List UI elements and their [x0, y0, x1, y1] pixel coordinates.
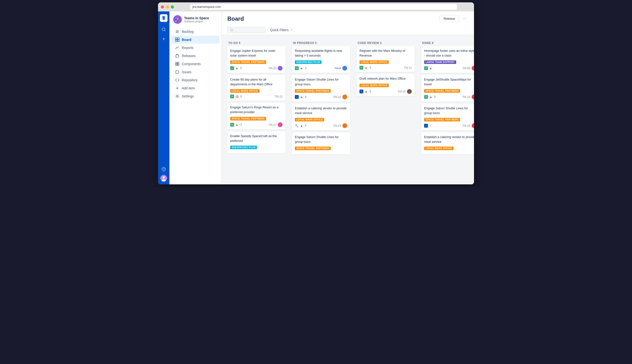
priority-icon: ▲ — [235, 66, 239, 70]
card-icons: + ⊘ 9 — [230, 94, 242, 98]
card-tis11[interactable]: Register with the Mars Ministry of Reven… — [357, 46, 414, 72]
card-tag: SEESPACEEZ PLUS — [295, 60, 322, 64]
card-icons: + ▲ 3 — [295, 66, 306, 70]
svg-rect-12 — [176, 55, 179, 57]
release-button[interactable]: Release — [440, 15, 459, 22]
page-title: Board — [228, 16, 244, 22]
card-tis8[interactable]: Requesting available flights is now taki… — [292, 46, 350, 73]
maximize-btn[interactable] — [171, 6, 174, 8]
priority-icon: ▲ — [364, 90, 368, 94]
header-top: Board Release ··· — [228, 15, 468, 22]
priority-icon: ▲ — [235, 123, 239, 127]
card-count: 3 — [370, 66, 371, 70]
column-done: DONE 8 Homepage footer uses an inline st… — [419, 39, 474, 180]
column-cards-codereview: Register with the Mars Ministry of Reven… — [355, 46, 416, 180]
card-draft-network[interactable]: Draft network plan for Mars Office LOCAL… — [357, 74, 414, 96]
project-info: 🚀 Teams in Space Software project — [170, 15, 222, 28]
card-title: Requesting available flights is now taki… — [295, 48, 347, 58]
card-icons: + ▲ — [424, 66, 433, 70]
project-name: Teams in Space — [184, 16, 209, 20]
sidebar-item-backlog[interactable]: Backlog — [171, 28, 220, 36]
chevron-down-icon — [290, 28, 293, 31]
sidebar-item-issues[interactable]: Issues — [171, 68, 220, 76]
card-tis68[interactable]: Homepage footer uses an inline style - s… — [421, 46, 474, 73]
card-tag: SPACE TRAVEL PARTNERS — [424, 118, 460, 122]
project-avatar: 🚀 — [173, 15, 182, 24]
card-inprog-saturn1[interactable]: Engage Saturn Shuttle Lines for group to… — [292, 75, 350, 102]
nav-logo[interactable] — [160, 14, 168, 22]
card-tis23[interactable]: Engage JetShuttle SpaceWays for travel S… — [421, 75, 474, 102]
svg-rect-16 — [178, 64, 179, 66]
card-id-avatar: TIS-25 — [268, 66, 282, 70]
card-count: 4 — [305, 95, 306, 98]
card-tis25[interactable]: Engage Jupiter Express for outer solar s… — [228, 46, 285, 73]
main-header: Board Release ··· Quick Filters — [222, 12, 474, 35]
card-id-avatar: TIS-17 — [268, 122, 282, 127]
card-title: Engage Saturn Shuttle Lines for group to… — [295, 135, 347, 144]
sidebar-label-issues: Issues — [182, 70, 191, 74]
card-title: Engage Saturn's Rings Resort as a prefer… — [230, 105, 282, 114]
url-text: jira.teamsinspace.com — [192, 5, 221, 8]
card-tis17[interactable]: Engage Saturn's Rings Resort as a prefer… — [228, 103, 285, 130]
card-tag: SPACE TRAVEL PARTNERS — [295, 146, 331, 150]
card-done-saturn[interactable]: Engage Saturn Shuttle Lines for group to… — [421, 104, 474, 130]
card-id: TIS-68 — [462, 67, 470, 70]
card-id: TIS-8 — [334, 67, 341, 70]
sidebar-item-repository[interactable]: Repository — [171, 76, 220, 84]
check-icon: ✓ — [295, 95, 299, 99]
board-content: TO DO 5 Engage Jupiter Express for outer… — [222, 35, 474, 184]
more-options-button[interactable]: ··· — [461, 15, 468, 22]
check-icon: ✓ — [230, 66, 234, 70]
card-title: Engage Jupiter Express for outer solar s… — [230, 48, 282, 58]
close-btn[interactable] — [161, 6, 164, 8]
card-id: TIS-15 — [333, 96, 341, 98]
card-tag: SPACE TRAVEL PARTNERS — [230, 117, 266, 120]
card-icons: ✓ ▲ 4 — [295, 95, 306, 99]
card-tis12[interactable]: Create 90 day plans for all departments … — [228, 75, 285, 101]
card-id-avatar: TIS-15 — [398, 89, 412, 94]
card-tag: SEESPACEEZ PLUS — [230, 146, 257, 149]
sidebar-item-components[interactable]: Components — [171, 60, 220, 68]
sidebar-item-releases[interactable]: Releases — [171, 52, 220, 60]
card-tag: LOCAL MARS OFFICE — [360, 84, 389, 87]
sidebar-item-reports[interactable]: Reports — [171, 44, 220, 52]
sidebar-item-add[interactable]: Add item — [171, 84, 220, 92]
nav-add-icon[interactable] — [160, 35, 168, 43]
card-footer: + ▲ 3 TIS-11 — [360, 66, 412, 70]
plus-icon: + — [360, 66, 363, 70]
card-speedy[interactable]: Enable Speedy SpaceCraft as the preferre… — [228, 132, 285, 154]
card-footer: 🔧 ▲ 4 TIS-15 — [295, 123, 347, 128]
minimize-btn[interactable] — [166, 6, 169, 8]
sidebar-item-board[interactable]: Board — [171, 36, 220, 44]
user-avatar[interactable] — [160, 175, 167, 182]
assignee-avatar — [472, 123, 474, 128]
card-title: Draft network plan for Mars Office — [360, 76, 412, 81]
left-nav — [158, 12, 170, 184]
sidebar-item-settings[interactable]: Settings — [171, 92, 220, 100]
column-header-inprogress: IN PROGRESS 5 — [290, 39, 352, 46]
card-icons: ✓ ▲ 3 — [360, 90, 371, 94]
column-header-done: DONE 8 — [419, 39, 474, 46]
search-box[interactable] — [228, 27, 266, 33]
card-inprog-saturn2[interactable]: Engage Saturn Shuttle Lines for group to… — [292, 132, 350, 154]
card-tag: SPACE TRAVEL PARTNERS — [230, 60, 266, 64]
search-icon — [230, 28, 233, 32]
card-title: Enable Speedy SpaceCraft as the preferre… — [230, 134, 282, 143]
card-footer: + ⊘ 9 TIS-12 — [230, 94, 282, 98]
card-done-catering[interactable]: Establish a catering vendor to provide m… — [421, 132, 474, 154]
quick-filters-button[interactable]: Quick Filters — [268, 27, 295, 33]
svg-point-0 — [162, 28, 165, 31]
svg-rect-10 — [175, 40, 177, 42]
card-id: TIS-23 — [462, 96, 470, 98]
address-bar[interactable]: jira.teamsinspace.com — [190, 4, 457, 10]
card-id: TIS-11 — [404, 66, 412, 69]
card-id-avatar: TIS-12 — [275, 95, 282, 98]
card-count: 3 — [370, 90, 371, 93]
card-icons: + ▲ 3 — [360, 66, 371, 70]
card-id-avatar: TIS-15 — [333, 123, 347, 128]
nav-search-icon[interactable] — [160, 26, 168, 33]
card-title: Register with the Mars Ministry of Reven… — [360, 48, 412, 58]
card-inprog-catering[interactable]: Establish a catering vendor to provide m… — [292, 104, 350, 130]
plus-icon: + — [230, 94, 234, 98]
nav-help-icon[interactable] — [160, 165, 168, 173]
